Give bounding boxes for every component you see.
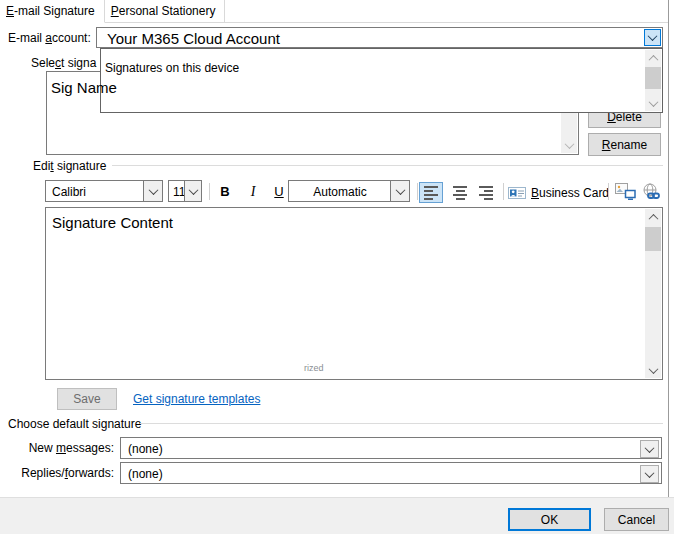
- rename-button[interactable]: Rename: [588, 133, 661, 156]
- scrollbar-thumb[interactable]: [645, 67, 661, 89]
- defaults-groupline: [140, 423, 663, 424]
- edit-signature-label: Edit signature: [33, 159, 106, 173]
- insert-hyperlink-icon: [641, 183, 661, 201]
- align-left-button[interactable]: [419, 182, 443, 203]
- align-center-icon: [453, 186, 467, 200]
- ok-button[interactable]: OK: [508, 508, 591, 531]
- watermark-text: rized: [304, 363, 324, 373]
- save-button[interactable]: Save: [57, 388, 117, 410]
- signatures-dialog: E-mail Signature Personal Stationery E-m…: [0, 0, 674, 534]
- signature-list-item[interactable]: Sig Name: [51, 79, 117, 96]
- scroll-down-icon[interactable]: [645, 362, 661, 378]
- replies-forwards-label: Replies/forwards:: [10, 466, 114, 480]
- toolbar-separator: [608, 183, 609, 200]
- dialog-right-border: [668, 0, 669, 497]
- editor-scrollbar[interactable]: [645, 209, 661, 378]
- email-account-combobox[interactable]: Your M365 Cloud Account: [96, 27, 663, 48]
- font-color-combobox[interactable]: Automatic: [288, 180, 410, 202]
- tab-label: P: [111, 4, 119, 18]
- new-messages-label: New messages:: [10, 441, 114, 455]
- dropdown-item-signatures-on-device[interactable]: Signatures on this device: [105, 61, 239, 75]
- insert-picture-button[interactable]: [613, 181, 637, 203]
- tab-personal-stationery[interactable]: Personal Stationery: [105, 0, 226, 23]
- toolbar-separator: [417, 183, 418, 200]
- business-card-label: Business Card: [531, 186, 609, 200]
- chevron-down-icon[interactable]: [184, 181, 201, 201]
- tab-label: -mail Signature: [14, 4, 95, 18]
- signature-content-text: Signature Content: [52, 214, 173, 231]
- business-card-icon: [508, 186, 526, 200]
- insert-picture-icon: [615, 183, 636, 201]
- edit-signature-groupline: [112, 165, 663, 166]
- chevron-down-icon[interactable]: [143, 181, 162, 201]
- scroll-down-icon[interactable]: [561, 137, 577, 153]
- underline-button[interactable]: U: [268, 181, 290, 202]
- align-right-button[interactable]: [474, 182, 498, 203]
- italic-button[interactable]: I: [242, 181, 264, 202]
- chevron-down-icon[interactable]: [640, 465, 659, 483]
- insert-hyperlink-button[interactable]: [639, 181, 663, 203]
- replies-forwards-value: (none): [128, 467, 163, 481]
- font-color-value: Automatic: [289, 185, 391, 199]
- chevron-down-icon[interactable]: [640, 440, 659, 458]
- tab-email-signature[interactable]: E-mail Signature: [0, 0, 105, 23]
- signature-content-editor[interactable]: Signature Content rized: [45, 207, 663, 380]
- new-messages-combobox[interactable]: (none): [120, 437, 662, 459]
- account-dropdown-panel: Signatures on this device: [100, 48, 663, 113]
- align-right-icon: [479, 186, 493, 200]
- tab-strip: E-mail Signature Personal Stationery: [0, 0, 668, 23]
- font-size-combobox[interactable]: 11: [168, 180, 202, 202]
- tab-label: ersonal Stationery: [119, 4, 216, 18]
- cancel-button[interactable]: Cancel: [604, 508, 669, 531]
- chevron-down-icon: [648, 31, 658, 41]
- toolbar-separator: [503, 183, 504, 200]
- dropdown-scrollbar[interactable]: [645, 50, 661, 111]
- scroll-up-icon[interactable]: [645, 209, 661, 225]
- scroll-up-icon[interactable]: [645, 50, 661, 66]
- business-card-button[interactable]: Business Card: [508, 182, 609, 203]
- get-signature-templates-link[interactable]: Get signature templates: [133, 392, 260, 406]
- toolbar-separator: [209, 183, 210, 200]
- bold-button[interactable]: B: [214, 181, 236, 202]
- scroll-down-icon[interactable]: [645, 95, 661, 111]
- tab-strip-filler: [225, 0, 668, 23]
- replies-forwards-combobox[interactable]: (none): [120, 462, 662, 484]
- font-name-value: Calibri: [52, 185, 86, 199]
- align-center-button[interactable]: [448, 182, 472, 203]
- tab-label: E: [6, 4, 14, 18]
- select-signature-label: Select signa: [31, 56, 96, 70]
- font-name-combobox[interactable]: Calibri: [45, 180, 163, 202]
- choose-default-signature-label: Choose default signature: [8, 417, 141, 431]
- chevron-down-icon[interactable]: [390, 181, 409, 201]
- scrollbar-thumb[interactable]: [645, 227, 661, 251]
- email-account-value: Your M365 Cloud Account: [107, 30, 280, 47]
- email-account-dropdown-button[interactable]: [644, 29, 661, 46]
- email-account-label: E-mail account:: [8, 31, 91, 45]
- new-messages-value: (none): [128, 442, 163, 456]
- align-left-icon: [424, 186, 438, 200]
